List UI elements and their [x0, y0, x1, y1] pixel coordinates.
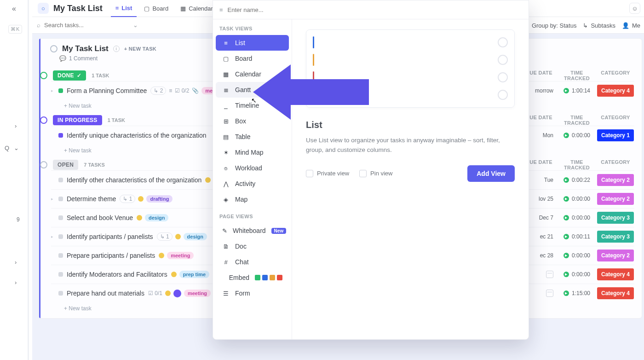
category-cell[interactable]: Category 2 — [597, 174, 634, 186]
task-status-icon[interactable] — [58, 234, 63, 239]
view-option-timeline[interactable]: ⎯Timeline — [216, 98, 289, 113]
time-tracked-cell[interactable]: ▶0:00:00 — [557, 196, 597, 202]
subtask-count[interactable]: ↳ 1 — [157, 232, 172, 241]
pin-view-checkbox[interactable]: Pin view — [359, 170, 392, 177]
tag-pill[interactable]: design — [184, 233, 207, 240]
category-cell[interactable]: Category 3 — [597, 231, 634, 243]
search-input-wrap[interactable]: ⌕ ⌄ — [37, 22, 138, 29]
assignee-avatar[interactable] — [173, 290, 181, 297]
view-option-whiteboard[interactable]: ✎WhiteboardNew — [216, 223, 289, 238]
expand-caret-icon[interactable]: ▸ — [51, 197, 55, 201]
task-status-icon[interactable] — [58, 253, 63, 258]
view-option-list[interactable]: ≡List — [216, 35, 289, 51]
sidebar-section-caret[interactable]: › — [15, 122, 17, 129]
tag-pill[interactable]: meeting — [184, 290, 211, 297]
sidebar-search-filter[interactable]: Q⌄ — [5, 145, 19, 151]
view-option-table[interactable]: ▤Table — [216, 129, 289, 145]
task-status-icon[interactable] — [58, 133, 63, 138]
play-icon[interactable]: ▶ — [564, 88, 569, 93]
time-tracked-cell[interactable]: ▶0:00:00 — [557, 271, 597, 278]
subtask-count[interactable]: ↳ 1 — [120, 195, 135, 203]
time-tracked-cell[interactable]: ▶0:00:00 — [557, 132, 597, 139]
tag-pill[interactable]: prep time — [179, 271, 210, 278]
info-icon[interactable]: i — [113, 46, 120, 52]
due-date-cell[interactable]: Tue — [525, 177, 557, 183]
tag-pill[interactable]: drafting — [146, 195, 172, 203]
chevron-down-icon[interactable]: ⌄ — [133, 22, 138, 29]
view-name-input[interactable] — [228, 6, 522, 13]
tag-pill[interactable]: meeting — [167, 252, 194, 259]
group-toggle-ring[interactable] — [40, 116, 47, 124]
view-option-gantt[interactable]: ≣Gantt — [216, 82, 289, 98]
due-date-cell[interactable] — [525, 271, 557, 278]
group-toggle-ring[interactable] — [40, 72, 47, 79]
play-icon[interactable]: ▶ — [564, 215, 569, 221]
category-cell[interactable]: Category 2 — [597, 193, 634, 205]
tab-calendar[interactable]: ▦Calendar — [176, 0, 218, 17]
task-status-icon[interactable] — [58, 215, 63, 220]
due-date-cell[interactable]: ec 28 — [525, 252, 557, 259]
play-icon[interactable]: ▶ — [564, 177, 569, 183]
task-status-icon[interactable] — [58, 291, 63, 296]
expand-caret-icon[interactable]: ▸ — [51, 88, 55, 93]
play-icon[interactable]: ▶ — [564, 272, 569, 277]
group-toggle-ring[interactable] — [40, 161, 47, 168]
task-status-icon[interactable] — [58, 272, 63, 277]
automations-icon[interactable]: ☺ — [629, 3, 640, 14]
calendar-icon[interactable] — [546, 290, 553, 297]
due-date-cell[interactable]: Dec 7 — [525, 215, 557, 221]
time-tracked-cell[interactable]: ▶0:00:00 — [557, 252, 597, 259]
task-status-icon[interactable] — [58, 88, 63, 93]
due-date-cell[interactable]: Mon — [525, 132, 557, 139]
group-status-pill[interactable]: IN PROGRESS — [53, 115, 102, 125]
group-status-pill[interactable]: OPEN — [53, 160, 78, 170]
view-name-input-wrap[interactable]: ≡ — [213, 0, 529, 19]
expand-caret-icon[interactable]: ▸ — [51, 234, 55, 239]
play-icon[interactable]: ▶ — [564, 196, 569, 202]
search-input[interactable] — [44, 22, 118, 29]
play-icon[interactable]: ▶ — [564, 234, 569, 239]
category-cell[interactable]: Category 3 — [597, 212, 634, 224]
add-view-button[interactable]: Add View — [467, 165, 515, 182]
view-option-form[interactable]: ☰Form — [216, 285, 289, 301]
due-date-cell[interactable]: morrow — [525, 87, 557, 94]
sidebar-collapse-icon[interactable]: « — [12, 5, 16, 13]
subtask-count[interactable]: ↳ 2 — [150, 87, 166, 95]
due-date-cell[interactable]: lov 25 — [525, 196, 557, 202]
category-cell[interactable]: Category 2 — [597, 250, 634, 261]
sidebar-section-caret[interactable]: › — [15, 259, 17, 266]
tab-board[interactable]: ▢Board — [139, 0, 173, 17]
calendar-icon[interactable] — [546, 271, 553, 278]
play-icon[interactable]: ▶ — [564, 133, 569, 138]
due-date-cell[interactable]: ec 21 — [525, 233, 557, 240]
task-status-icon[interactable] — [58, 178, 63, 182]
private-view-checkbox[interactable]: Private view — [306, 170, 349, 177]
tab-list[interactable]: ≡List — [111, 0, 137, 17]
time-tracked-cell[interactable]: ▶1:00:14 — [557, 87, 597, 94]
view-option-calendar[interactable]: ▦Calendar — [216, 66, 289, 82]
time-tracked-cell[interactable]: ▶0:00:00 — [557, 215, 597, 221]
view-option-activity[interactable]: ⋀Activity — [216, 176, 289, 192]
view-option-box[interactable]: ⊞Box — [216, 113, 289, 129]
tag-pill[interactable]: design — [145, 214, 168, 221]
due-date-cell[interactable] — [525, 290, 557, 297]
view-option-chat[interactable]: #Chat — [216, 254, 289, 270]
category-cell[interactable]: Category 4 — [597, 85, 634, 97]
category-cell[interactable]: Category 4 — [597, 268, 634, 280]
subtasks-toggle[interactable]: ↳ Subtasks — [583, 22, 615, 29]
list-status-ring-icon[interactable] — [50, 45, 58, 52]
play-icon[interactable]: ▶ — [564, 253, 569, 258]
view-option-board[interactable]: ▢Board — [216, 51, 289, 66]
view-option-map[interactable]: ◈Map — [216, 192, 289, 207]
group-by-toggle[interactable]: ⊚ Group by: Status — [524, 22, 577, 29]
view-option-doc[interactable]: 🗎Doc — [216, 238, 289, 254]
play-icon[interactable]: ▶ — [564, 290, 569, 296]
view-option-workload[interactable]: ⌾Workload — [216, 160, 289, 176]
time-tracked-cell[interactable]: ▶0:00:11 — [557, 233, 597, 240]
group-status-pill[interactable]: DONE ✓ — [53, 70, 86, 81]
category-cell[interactable]: Category 1 — [597, 129, 634, 141]
me-filter-toggle[interactable]: 👤 Me — [622, 22, 640, 29]
view-option-embed[interactable]: Embed — [216, 270, 289, 285]
sidebar-section-caret[interactable]: › — [15, 279, 17, 286]
time-tracked-cell[interactable]: ▶0:00:22 — [557, 177, 597, 183]
